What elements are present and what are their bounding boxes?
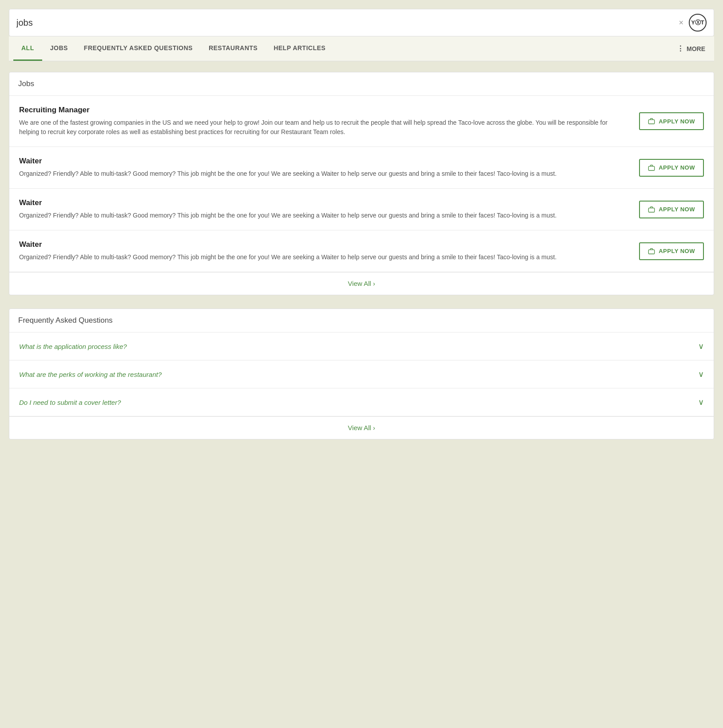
apply-now-label: APPLY NOW xyxy=(659,164,695,171)
chevron-down-icon: ∨ xyxy=(698,341,704,351)
apply-now-label: APPLY NOW xyxy=(659,118,695,125)
view-all-label: View All xyxy=(348,424,371,431)
svg-rect-3 xyxy=(649,249,655,253)
faq-section-title: Frequently Asked Questions xyxy=(9,309,714,332)
job-title: Waiter xyxy=(19,240,626,249)
faq-section: Frequently Asked Questions What is the a… xyxy=(9,309,714,439)
faq-item[interactable]: What is the application process like? ∨ xyxy=(9,332,714,360)
faq-question: What are the perks of working at the res… xyxy=(19,371,162,378)
briefcase-icon xyxy=(648,248,655,255)
chevron-right-icon: › xyxy=(373,280,375,287)
jobs-section-title: Jobs xyxy=(9,72,714,96)
job-content: Recruiting Manager We are one of the fas… xyxy=(19,106,639,137)
more-dots-icon: ⋮ xyxy=(677,44,684,53)
svg-rect-1 xyxy=(649,166,655,170)
job-item: Waiter Organized? Friendly? Able to mult… xyxy=(9,147,714,189)
job-content: Waiter Organized? Friendly? Able to mult… xyxy=(19,240,639,262)
chevron-right-icon: › xyxy=(373,424,375,431)
faq-view-all-link[interactable]: View All › xyxy=(348,424,375,431)
apply-now-button[interactable]: APPLY NOW xyxy=(639,242,704,260)
faq-view-all-row: View All › xyxy=(9,416,714,439)
tab-help-articles[interactable]: HELP ARTICLES xyxy=(266,36,334,61)
apply-now-button[interactable]: APPLY NOW xyxy=(639,112,704,130)
apply-now-label: APPLY NOW xyxy=(659,206,695,213)
briefcase-icon xyxy=(648,118,655,125)
job-description: Organized? Friendly? Able to multi-task?… xyxy=(19,211,626,220)
jobs-section: Jobs Recruiting Manager We are one of th… xyxy=(9,72,714,295)
apply-now-label: APPLY NOW xyxy=(659,248,695,254)
tab-jobs[interactable]: JOBS xyxy=(42,36,76,61)
job-title: Waiter xyxy=(19,157,626,166)
job-title: Recruiting Manager xyxy=(19,106,626,115)
apply-now-button[interactable]: APPLY NOW xyxy=(639,201,704,218)
job-description: Organized? Friendly? Able to multi-task?… xyxy=(19,253,626,262)
jobs-view-all-row: View All › xyxy=(9,272,714,295)
more-label: MORE xyxy=(687,45,705,52)
apply-now-button[interactable]: APPLY NOW xyxy=(639,159,704,177)
tab-all[interactable]: ALL xyxy=(13,36,42,61)
tab-more[interactable]: ⋮ MORE xyxy=(672,36,710,61)
jobs-view-all-link[interactable]: View All › xyxy=(348,280,375,287)
job-description: We are one of the fastest growing compan… xyxy=(19,118,626,137)
faq-item[interactable]: Do I need to submit a cover letter? ∨ xyxy=(9,388,714,416)
faq-question: Do I need to submit a cover letter? xyxy=(19,399,121,406)
job-content: Waiter Organized? Friendly? Able to mult… xyxy=(19,157,639,178)
job-content: Waiter Organized? Friendly? Able to mult… xyxy=(19,198,639,220)
faq-question: What is the application process like? xyxy=(19,343,127,350)
tab-restaurants[interactable]: RESTAURANTS xyxy=(201,36,266,61)
job-description: Organized? Friendly? Able to multi-task?… xyxy=(19,169,626,178)
briefcase-icon xyxy=(648,206,655,213)
chevron-down-icon: ∨ xyxy=(698,397,704,407)
faq-item[interactable]: What are the perks of working at the res… xyxy=(9,360,714,388)
svg-rect-0 xyxy=(649,120,655,124)
job-item: Recruiting Manager We are one of the fas… xyxy=(9,96,714,147)
job-title: Waiter xyxy=(19,198,626,207)
chevron-down-icon: ∨ xyxy=(698,369,704,379)
briefcase-icon xyxy=(648,164,655,171)
avatar[interactable]: YⓍT xyxy=(689,14,707,32)
search-clear-button[interactable]: × xyxy=(679,18,683,28)
svg-rect-2 xyxy=(649,208,655,212)
view-all-label: View All xyxy=(348,280,371,287)
job-item: Waiter Organized? Friendly? Able to mult… xyxy=(9,189,714,230)
search-bar: × YⓍT xyxy=(9,9,714,36)
search-input[interactable] xyxy=(16,18,679,28)
job-item: Waiter Organized? Friendly? Able to mult… xyxy=(9,230,714,272)
tab-faq[interactable]: FREQUENTLY ASKED QUESTIONS xyxy=(76,36,201,61)
tabs-navigation: ALL JOBS FREQUENTLY ASKED QUESTIONS REST… xyxy=(9,36,714,61)
